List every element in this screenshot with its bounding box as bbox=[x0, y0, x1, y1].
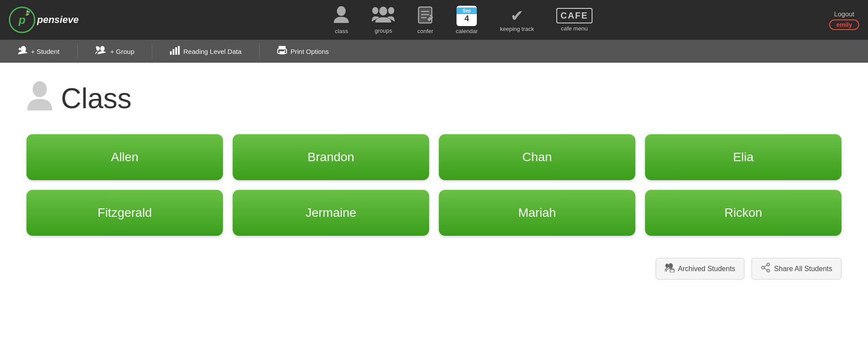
calendar-day: 4 bbox=[464, 14, 469, 24]
student-button-mariah[interactable]: Mariah bbox=[439, 190, 635, 236]
class-person-icon bbox=[26, 80, 53, 117]
logo[interactable]: p 🍃 pensieve bbox=[9, 7, 79, 33]
logo-circle: p 🍃 bbox=[9, 7, 35, 33]
keeping-track-icon: ✔ bbox=[510, 8, 524, 24]
main-content: Class AllenBrandonChanEliaFitzgeraldJerm… bbox=[0, 63, 868, 355]
svg-point-2 bbox=[372, 7, 378, 14]
svg-point-33 bbox=[762, 266, 764, 269]
toolbar-divider-2 bbox=[152, 45, 152, 58]
nav-label-calendar: calendar bbox=[456, 28, 478, 34]
share-all-students-label: Share All Students bbox=[774, 265, 832, 273]
logout-label: Logout bbox=[834, 10, 854, 18]
add-student-label: + Student bbox=[31, 48, 60, 55]
nav-label-cafe-menu: cafe menu bbox=[561, 25, 588, 32]
nav-label-confer: confer bbox=[417, 28, 433, 34]
svg-rect-20 bbox=[178, 46, 180, 55]
add-group-icon bbox=[95, 45, 107, 57]
svg-rect-23 bbox=[279, 51, 285, 54]
class-header: Class bbox=[26, 80, 842, 117]
nav-items: class groups bbox=[96, 5, 829, 34]
svg-point-13 bbox=[100, 46, 105, 51]
student-button-brandon[interactable]: Brandon bbox=[233, 134, 429, 180]
nav-item-confer[interactable]: confer bbox=[417, 5, 434, 34]
logo-leaf-icon: 🍃 bbox=[24, 10, 30, 16]
nav-item-class[interactable]: class bbox=[333, 5, 350, 34]
svg-point-26 bbox=[668, 263, 673, 268]
nav-item-groups[interactable]: groups bbox=[372, 6, 395, 34]
svg-point-27 bbox=[665, 264, 669, 268]
svg-point-32 bbox=[767, 269, 770, 272]
add-student-button[interactable]: + Student bbox=[18, 45, 77, 57]
nav-item-cafe-menu[interactable]: CAFE cafe menu bbox=[556, 8, 593, 32]
add-group-button[interactable]: + Group bbox=[95, 45, 152, 57]
calendar-month: Sep bbox=[457, 8, 477, 14]
logo-text: pensieve bbox=[37, 14, 79, 26]
groups-icon bbox=[372, 6, 395, 26]
svg-line-35 bbox=[764, 268, 767, 270]
student-button-fitzgerald[interactable]: Fitzgerald bbox=[26, 190, 223, 236]
add-group-label: + Group bbox=[110, 48, 135, 55]
add-student-icon bbox=[18, 45, 27, 57]
archived-students-icon bbox=[665, 263, 675, 275]
print-icon bbox=[277, 45, 287, 57]
archived-students-button[interactable]: Archived Students bbox=[656, 258, 745, 279]
svg-point-0 bbox=[337, 6, 346, 16]
print-options-button[interactable]: Print Options bbox=[277, 45, 347, 57]
svg-rect-17 bbox=[170, 51, 172, 55]
print-options-label: Print Options bbox=[291, 48, 329, 55]
toolbar-divider-3 bbox=[259, 45, 260, 58]
reading-level-button[interactable]: Reading Level Data bbox=[170, 46, 259, 57]
svg-point-31 bbox=[767, 263, 770, 266]
student-button-jermaine[interactable]: Jermaine bbox=[233, 190, 429, 236]
svg-point-24 bbox=[284, 50, 286, 51]
student-button-rickon[interactable]: Rickon bbox=[645, 190, 842, 236]
toolbar-divider-1 bbox=[77, 45, 78, 58]
share-all-students-button[interactable]: Share All Students bbox=[751, 258, 842, 279]
student-button-allen[interactable]: Allen bbox=[26, 134, 223, 180]
toolbar: + Student + Group Reading Level Da bbox=[0, 40, 868, 63]
top-nav: p 🍃 pensieve class bbox=[0, 0, 868, 40]
confer-icon bbox=[417, 5, 434, 26]
nav-item-keeping-track[interactable]: ✔ keeping track bbox=[500, 8, 534, 32]
nav-label-groups: groups bbox=[374, 27, 392, 34]
logout-area[interactable]: Logout emily bbox=[829, 10, 859, 30]
class-title: Class bbox=[61, 82, 132, 115]
svg-point-25 bbox=[33, 81, 47, 97]
share-all-students-icon bbox=[761, 263, 770, 275]
svg-point-10 bbox=[21, 46, 26, 52]
cafe-icon-box: CAFE bbox=[556, 8, 593, 23]
user-badge: emily bbox=[829, 19, 859, 30]
reading-level-icon bbox=[170, 46, 180, 57]
student-button-chan[interactable]: Chan bbox=[439, 134, 635, 180]
svg-point-3 bbox=[388, 7, 394, 14]
svg-rect-19 bbox=[175, 47, 177, 55]
reading-level-label: Reading Level Data bbox=[183, 48, 242, 55]
bottom-actions: Archived Students Share All Students bbox=[26, 258, 842, 279]
nav-label-keeping-track: keeping track bbox=[500, 26, 534, 32]
svg-point-1 bbox=[379, 7, 387, 15]
nav-item-calendar[interactable]: Sep 4 calendar bbox=[456, 6, 478, 34]
svg-rect-18 bbox=[173, 49, 174, 55]
nav-label-class: class bbox=[335, 28, 348, 34]
calendar-icon-box: Sep 4 bbox=[457, 6, 477, 26]
svg-line-34 bbox=[764, 265, 767, 268]
student-grid: AllenBrandonChanEliaFitzgeraldJermaineMa… bbox=[26, 134, 842, 236]
class-icon bbox=[333, 5, 350, 26]
student-button-elia[interactable]: Elia bbox=[645, 134, 842, 180]
archived-students-label: Archived Students bbox=[678, 265, 736, 273]
